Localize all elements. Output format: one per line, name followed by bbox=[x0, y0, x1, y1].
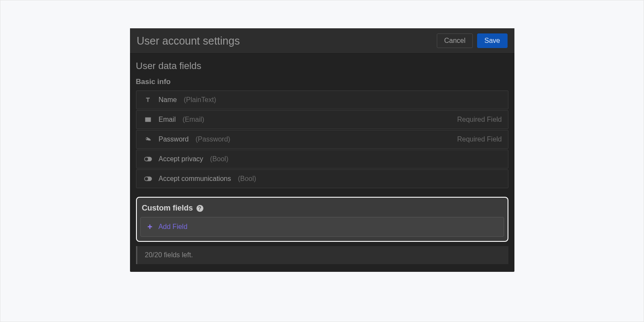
header-buttons: Cancel Save bbox=[437, 33, 507, 48]
panel-body: User data fields Basic info Name (PlainT… bbox=[130, 54, 514, 272]
fields-left-notice: 20/20 fields left. bbox=[136, 246, 508, 264]
field-required: Required Field bbox=[457, 116, 502, 123]
cancel-button[interactable]: Cancel bbox=[437, 33, 473, 48]
panel-title: User account settings bbox=[137, 35, 240, 47]
field-label: Accept communications bbox=[159, 175, 231, 183]
svg-point-3 bbox=[145, 177, 148, 181]
text-icon bbox=[144, 96, 152, 103]
toggle-icon bbox=[144, 176, 152, 181]
add-field-button[interactable]: + Add Field bbox=[140, 217, 504, 237]
field-row-name[interactable]: Name (PlainText) bbox=[136, 90, 508, 109]
field-label: Accept privacy bbox=[159, 155, 203, 163]
svg-point-1 bbox=[145, 157, 148, 161]
section-title: User data fields bbox=[136, 60, 508, 72]
add-field-label: Add Field bbox=[158, 223, 187, 231]
field-row-accept-privacy[interactable]: Accept privacy (Bool) bbox=[136, 150, 508, 169]
key-icon bbox=[144, 136, 152, 143]
plus-icon: + bbox=[148, 223, 153, 231]
basic-fields-list: Name (PlainText) Email (Email) Required … bbox=[136, 90, 508, 188]
field-label: Password bbox=[159, 135, 189, 143]
field-label: Name bbox=[159, 96, 177, 104]
custom-fields-header: Custom fields ? bbox=[142, 204, 504, 213]
field-row-email[interactable]: Email (Email) Required Field bbox=[136, 110, 508, 129]
field-row-password[interactable]: Password (Password) Required Field bbox=[136, 130, 508, 149]
basic-info-title: Basic info bbox=[136, 78, 508, 86]
field-type: (Email) bbox=[183, 116, 205, 123]
field-type: (Password) bbox=[196, 135, 230, 143]
save-button[interactable]: Save bbox=[477, 33, 507, 48]
custom-fields-section: Custom fields ? + Add Field bbox=[136, 197, 508, 242]
field-required: Required Field bbox=[457, 135, 502, 143]
toggle-icon bbox=[144, 156, 152, 162]
settings-panel: User account settings Cancel Save User d… bbox=[130, 28, 514, 272]
panel-header: User account settings Cancel Save bbox=[130, 28, 514, 54]
field-row-accept-communications[interactable]: Accept communications (Bool) bbox=[136, 169, 508, 188]
custom-fields-title: Custom fields bbox=[142, 204, 193, 213]
mail-icon bbox=[144, 117, 152, 123]
field-type: (Bool) bbox=[238, 175, 256, 183]
field-type: (Bool) bbox=[210, 155, 229, 163]
field-type: (PlainText) bbox=[184, 96, 216, 104]
help-icon[interactable]: ? bbox=[197, 205, 203, 212]
field-label: Email bbox=[159, 116, 176, 123]
